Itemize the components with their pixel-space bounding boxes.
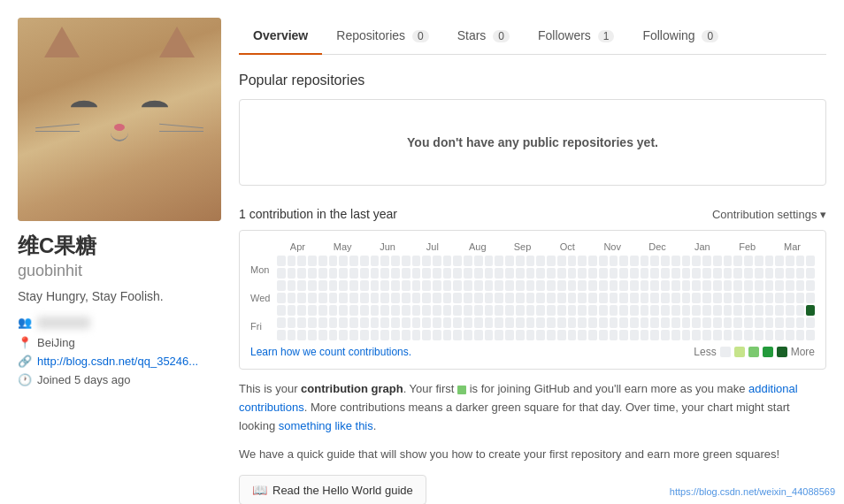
tab-repositories[interactable]: Repositories 0 <box>322 18 442 54</box>
graph-cell <box>806 317 815 328</box>
graph-cell <box>277 256 286 266</box>
graph-cell <box>765 256 774 266</box>
graph-cell <box>526 317 535 328</box>
contribution-settings-btn[interactable]: Contribution settings ▾ <box>712 208 826 221</box>
graph-cell <box>422 317 431 328</box>
graph-cell <box>724 293 733 303</box>
graph-cell <box>775 256 784 266</box>
graph-cell <box>380 330 389 340</box>
graph-cell <box>806 268 815 279</box>
tab-followers[interactable]: Followers 1 <box>524 18 628 54</box>
graph-week <box>360 256 369 340</box>
graph-cell <box>630 268 639 279</box>
graph-cell <box>433 293 441 303</box>
graph-cell <box>318 256 327 266</box>
graph-week <box>557 256 566 340</box>
learn-contributions-link[interactable]: Learn how we count contributions. <box>250 346 411 358</box>
graph-cell <box>526 330 535 340</box>
graph-cell <box>692 305 701 316</box>
graph-cell <box>339 256 348 266</box>
graph-cell <box>277 317 286 328</box>
graph-cell <box>796 330 805 340</box>
graph-week <box>692 256 701 340</box>
graph-cell <box>485 330 494 340</box>
month-dec: Dec <box>635 241 680 252</box>
graph-cell <box>371 305 380 316</box>
graph-cell <box>775 305 784 316</box>
graph-body: Mon Wed Fri <box>250 256 815 340</box>
graph-cell <box>733 268 742 279</box>
graph-cell <box>671 256 680 266</box>
sidebar: 维C果糖 guobinhit Stay Hungry, Stay Foolish… <box>18 18 221 504</box>
graph-cell <box>702 268 711 279</box>
graph-cell <box>308 268 317 279</box>
graph-cell <box>297 305 306 316</box>
graph-cell <box>505 280 514 291</box>
graph-cell <box>755 256 763 266</box>
graph-cell <box>464 293 472 303</box>
graph-cell <box>391 330 400 340</box>
graph-cell <box>349 280 358 291</box>
graph-cell <box>682 293 691 303</box>
graph-cell <box>412 256 421 266</box>
graph-cell <box>391 268 400 279</box>
graph-cell <box>339 330 348 340</box>
graph-cell <box>308 280 317 291</box>
book-icon: 📖 <box>252 483 267 497</box>
graph-cell <box>495 330 503 340</box>
blog-link[interactable]: http://blog.csdn.net/qq_35246... <box>37 355 198 368</box>
graph-cell <box>692 256 701 266</box>
graph-cell <box>485 305 494 316</box>
graph-cell <box>796 280 805 291</box>
graph-cell <box>453 268 462 279</box>
main-content: ➤ Overview Repositories 0 Stars 0 Follow… <box>239 18 826 504</box>
graph-cell <box>474 280 483 291</box>
graph-cell <box>349 305 358 316</box>
graph-cell <box>682 268 691 279</box>
graph-cell <box>516 293 525 303</box>
graph-cell <box>786 317 794 328</box>
graph-cell <box>402 330 410 340</box>
graph-cell <box>578 268 587 279</box>
graph-cell <box>733 317 742 328</box>
something-like-this-link[interactable]: something like this <box>279 419 373 432</box>
green-square-icon <box>457 386 466 394</box>
graph-cell <box>724 317 733 328</box>
graph-cell <box>391 293 400 303</box>
graph-week <box>775 256 784 340</box>
graph-cell <box>318 268 327 279</box>
month-jun: Jun <box>365 241 410 252</box>
graph-cell <box>277 305 286 316</box>
graph-cell <box>641 317 649 328</box>
graph-cell <box>806 330 815 340</box>
graph-cell <box>682 330 691 340</box>
tab-following[interactable]: Following 0 <box>628 18 733 54</box>
graph-cell <box>588 256 597 266</box>
hello-world-button[interactable]: 📖 Read the Hello World guide <box>239 475 426 504</box>
graph-week <box>568 256 577 340</box>
graph-cell <box>713 305 722 316</box>
graph-cell <box>371 280 380 291</box>
graph-cell <box>692 280 701 291</box>
graph-week <box>796 256 805 340</box>
people-icon: 👥 <box>18 316 32 329</box>
graph-cell <box>713 268 722 279</box>
blog-item[interactable]: 🔗 http://blog.csdn.net/qq_35246... <box>18 355 221 368</box>
graph-cell <box>619 256 628 266</box>
graph-cell <box>464 330 472 340</box>
user-location: BeiJing <box>37 336 75 349</box>
legend-cell-1 <box>734 347 745 357</box>
tab-stars[interactable]: Stars 0 <box>443 18 524 54</box>
graph-cell <box>371 256 380 266</box>
graph-cell <box>505 256 514 266</box>
graph-cell <box>277 268 286 279</box>
month-apr: Apr <box>275 241 320 252</box>
graph-cell <box>516 305 525 316</box>
graph-cell <box>526 293 535 303</box>
month-feb: Feb <box>725 241 770 252</box>
tab-overview[interactable]: Overview <box>239 18 322 55</box>
graph-cell <box>641 293 649 303</box>
graph-cell <box>453 293 462 303</box>
profile-nav: Overview Repositories 0 Stars 0 Follower… <box>239 18 826 55</box>
graph-week <box>630 256 639 340</box>
